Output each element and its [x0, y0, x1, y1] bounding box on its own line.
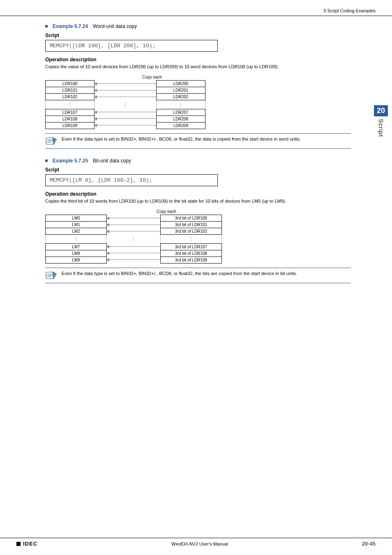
arrow-left-icon: [95, 118, 156, 119]
page-number: 20-45: [362, 541, 376, 547]
right-column: 3rd bit of LDR100 3rd bit of LDR101 3rd …: [160, 215, 222, 264]
diagram-cell: 3rd bit of LDR109: [160, 257, 222, 264]
operation-description: Copies the third bit of 10 words from LD…: [45, 199, 351, 204]
brand-logo: IDEC: [16, 541, 37, 547]
diagram-cell: 3rd bit of LDR107: [160, 243, 222, 250]
diagram-cell: LM8: [45, 250, 107, 257]
diagram-cell: 3rd bit of LDR102: [160, 228, 222, 235]
operation-label: Operation description: [45, 191, 351, 197]
example-heading: Example 5.7.25 Bit-unit data copy: [45, 158, 351, 164]
bullet-icon: [45, 160, 48, 162]
note-text: Even if the data type is set to BIN32+, …: [62, 271, 297, 277]
chapter-label: Script: [378, 119, 385, 137]
diagram-ellipsis: ···: [95, 100, 156, 109]
brand-square-icon: [16, 542, 21, 546]
example-title: Word-unit data copy: [93, 23, 137, 29]
note-icon: [45, 136, 58, 146]
arrow-left-icon: [107, 218, 160, 218]
diagram-cell: LM9: [45, 257, 107, 264]
left-column: LDR100 LDR101 LDR102 ··· LDR107 LDR108 L…: [45, 80, 95, 129]
arrow-left-icon: [95, 112, 156, 112]
arrow-left-icon: [107, 253, 160, 253]
code-box: MEMCPY([LM 0], [LDR 100-2], 10);: [45, 174, 218, 186]
right-column: LDR200 LDR201 LDR202 ··· LDR207 LDR208 L…: [156, 80, 205, 129]
diagram-cell: 3rd bit of LDR108: [160, 250, 222, 257]
footer-center: WindO/I-NV2 User's Manual: [171, 541, 228, 546]
copy-each-label: Copy each: [121, 75, 183, 79]
operation-description: Copies the value of 10 word devices from…: [45, 64, 351, 69]
header-right: 5 Script Coding Examples: [323, 8, 376, 13]
page-footer: IDEC WindO/I-NV2 User's Manual 20-45: [0, 538, 392, 547]
arrow-left-icon: [95, 125, 156, 125]
diagram-cell: LDR207: [156, 109, 205, 116]
arrow-left-icon: [107, 259, 160, 260]
diagram-cell: LM1: [45, 221, 107, 228]
arrow-left-icon: [107, 224, 160, 225]
diagram-bit-copy: Copy each LM0 LM1 LM2 ··· LM7 LM8 LM9 ··…: [45, 209, 226, 264]
bullet-icon: [45, 25, 48, 28]
diagram-cell: LDR107: [45, 109, 95, 116]
diagram-ellipsis: ···: [156, 100, 205, 109]
diagram-cell: LDR209: [156, 122, 205, 129]
diagram-cell: 3rd bit of LDR101: [160, 221, 222, 228]
note-text: Even if the data type is set to BIN32+, …: [62, 136, 300, 142]
diagram-ellipsis: ···: [107, 234, 160, 243]
diagram-cell: LDR202: [156, 93, 205, 100]
diagram-cell: LM2: [45, 228, 107, 235]
diagram-word-copy: Copy each LDR100 LDR101 LDR102 ··· LDR10…: [45, 75, 210, 129]
diagram-cell: LM7: [45, 243, 107, 250]
operation-label: Operation description: [45, 57, 351, 62]
diagram-cell: LDR208: [156, 116, 205, 123]
diagram-cell: LDR100: [45, 80, 95, 87]
page-header: 5 Script Coding Examples: [0, 0, 392, 16]
left-column: LM0 LM1 LM2 ··· LM7 LM8 LM9: [45, 215, 107, 264]
diagram-cell: LM0: [45, 215, 107, 222]
arrow-column: ···: [95, 80, 156, 129]
arrow-left-icon: [107, 231, 160, 231]
arrow-left-icon: [107, 246, 160, 247]
arrow-left-icon: [95, 90, 156, 90]
arrow-left-icon: [95, 97, 156, 97]
side-tab: 20 Script: [374, 105, 388, 137]
code-box: MEMCPY([LDR 100], [LDR 200], 10);: [45, 40, 218, 52]
diagram-cell: LDR102: [45, 93, 95, 100]
arrow-column: ···: [107, 215, 160, 264]
diagram-ellipsis: ···: [45, 100, 95, 109]
script-label: Script: [45, 167, 351, 173]
brand-text: IDEC: [23, 541, 37, 547]
note-box: Even if the data type is set to BIN32+, …: [45, 268, 351, 283]
diagram-cell: LDR200: [156, 80, 205, 87]
script-label: Script: [45, 32, 351, 38]
diagram-cell: LDR101: [45, 87, 95, 94]
note-icon: [45, 271, 58, 280]
diagram-ellipsis: ···: [45, 235, 107, 244]
example-number: Example 5.7.24: [53, 23, 88, 29]
example-title: Bit-unit data copy: [93, 158, 131, 164]
diagram-cell: LDR108: [45, 116, 95, 123]
example-heading: Example 5.7.24 Word-unit data copy: [45, 23, 351, 29]
diagram-cell: LDR109: [45, 122, 95, 129]
copy-each-label: Copy each: [140, 209, 193, 214]
diagram-cell: LDR201: [156, 87, 205, 94]
diagram-ellipsis: ···: [160, 235, 222, 244]
chapter-number: 20: [374, 105, 388, 116]
diagram-cell: 3rd bit of LDR100: [160, 215, 222, 222]
example-number: Example 5.7.25: [53, 158, 88, 164]
arrow-left-icon: [95, 83, 156, 84]
note-box: Even if the data type is set to BIN32+, …: [45, 133, 351, 149]
